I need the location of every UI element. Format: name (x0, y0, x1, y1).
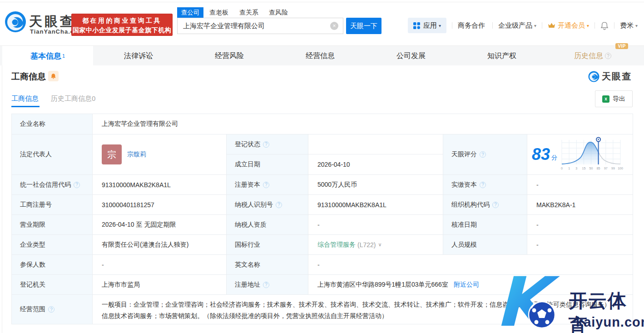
subtab-history-count: 0 (92, 94, 95, 102)
search-input[interactable]: 上海宏芊企业管理有限公司 × (177, 18, 343, 34)
industry-link[interactable]: 综合管理服务 (317, 241, 356, 249)
score-distribution-chart: 0 1 3 15 50 85 97 99 100 (560, 136, 624, 173)
search-input-value[interactable]: 上海宏芊企业管理有限公司 (183, 22, 330, 30)
tianyancha-company-page: 天眼查 TianYanCha.com 都在用的商业查询工具 国家中小企业发展子基… (0, 0, 644, 333)
monitor-bell-button[interactable] (48, 71, 59, 81)
field-label: 国标行业 (227, 235, 308, 255)
tab-history-info[interactable]: VIP 历史信息 ? (547, 46, 638, 66)
top-divider (0, 2, 644, 2)
nearby-companies-link[interactable]: 附近公司 (454, 281, 479, 289)
field-label: 企业类型 (12, 235, 93, 255)
tab-operation-info[interactable]: 经营信息 (275, 46, 366, 66)
registered-address-value: 上海市黄浦区中华路899号1幢1层03单元666室 (317, 281, 448, 289)
tianyancha-logo-icon (588, 71, 599, 82)
field-label: 登记机关 (12, 275, 93, 295)
help-icon[interactable]: ? (74, 182, 80, 188)
approval-date-value: - (527, 215, 633, 235)
registration-number-value: 310000401181257 (93, 195, 227, 215)
excel-icon: x (602, 95, 609, 103)
notifications-button[interactable] (600, 21, 609, 30)
establish-date-value: 2026-04-10 (308, 154, 443, 175)
field-label: 参保人数 (12, 255, 93, 275)
chevron-down-icon[interactable]: ∨ (378, 242, 381, 248)
help-icon[interactable]: ? (480, 182, 486, 188)
clear-search-icon[interactable]: × (330, 22, 338, 30)
taxpayer-quality-value: - (308, 215, 443, 235)
legal-representative-cell: 宗 宗馥莉 (93, 134, 227, 175)
search-tab-boss[interactable]: 查老板 (209, 9, 228, 17)
svg-text:15: 15 (582, 167, 586, 170)
subtab-history-label: 历史工商信息 (51, 94, 92, 102)
field-label: 法定代表人 (12, 134, 93, 175)
export-button[interactable]: x 导出 (595, 90, 633, 107)
section-brand-text: 天眼查 (602, 70, 632, 83)
field-label: 英文名称 (227, 255, 308, 275)
bell-icon (50, 73, 56, 80)
search-tab-risk[interactable]: 查风险 (269, 9, 288, 17)
enterprise-products-menu[interactable]: 企业级产品 ▾ (498, 21, 536, 30)
field-label: 纳税人资质 (227, 215, 308, 235)
subtab-history-business-info[interactable]: 历史工商信息0 (51, 94, 95, 103)
apps-menu-label: 应用 (423, 21, 437, 30)
business-term-value: 2026-04-10 至 无固定期限 (93, 215, 227, 235)
nav-divider (492, 22, 493, 29)
company-name-value: 上海宏芊企业管理有限公司 (93, 114, 633, 134)
field-label: 企业名称 (12, 114, 93, 134)
crown-icon (548, 22, 555, 29)
help-icon[interactable]: ? (48, 306, 54, 313)
tab-operation-risk[interactable]: 经营风险 (184, 46, 275, 66)
help-icon[interactable]: ? (492, 202, 499, 208)
business-cooperation-link[interactable]: 商务合作 (458, 21, 487, 30)
tab-legal-proceedings-label: 法律诉讼 (124, 51, 153, 61)
paid-capital-value: - (527, 175, 633, 195)
nav-divider (452, 22, 452, 29)
search-tab-company[interactable]: 查公司 (177, 7, 203, 18)
svg-text:99: 99 (611, 167, 615, 170)
tianyancha-logo-icon[interactable] (5, 11, 26, 33)
enterprise-products-label: 企业级产品 (498, 21, 532, 30)
help-icon[interactable]: ? (263, 282, 269, 288)
help-icon[interactable]: ? (276, 202, 282, 208)
tab-operation-risk-label: 经营风险 (215, 51, 244, 61)
avatar[interactable]: 宗 (102, 144, 122, 164)
field-label: 工商注册号 (12, 195, 93, 215)
section-title: 工商信息 (11, 71, 46, 83)
legal-representative-link[interactable]: 宗馥莉 (127, 150, 146, 159)
field-label: 统一社会信用代码? (12, 175, 93, 195)
promo-line2: 国家中小企业发展子基金旗下机构 (72, 25, 172, 35)
open-membership-label: 开通会员 (558, 21, 585, 30)
user-menu[interactable]: 费米 ▾ (620, 21, 638, 30)
subtab-business-info[interactable]: 工商信息 (11, 94, 39, 103)
field-label: 纳税人识别号? (227, 195, 308, 215)
tab-legal-proceedings[interactable]: 法律诉讼 (93, 46, 184, 66)
svg-text:0: 0 (561, 167, 563, 170)
industry-value[interactable]: 综合管理服务 (L722) ∨ (308, 235, 443, 255)
field-label: 营业期限 (12, 215, 93, 235)
nav-divider (614, 22, 614, 29)
help-icon[interactable]: ? (480, 151, 486, 158)
chevron-down-icon: ▾ (635, 23, 638, 28)
help-icon[interactable]: ? (263, 141, 269, 148)
tab-company-development[interactable]: 公司发展 (366, 46, 456, 66)
registered-address-cell: 上海市黄浦区中华路899号1幢1层03单元666室 附近公司 (308, 275, 633, 295)
svg-text:50: 50 (590, 167, 593, 170)
tab-history-info-label: 历史信息 (574, 51, 603, 61)
taxpayer-id-value: 91310000MAKB2K8A1L (308, 195, 443, 215)
apps-menu[interactable]: 应用 ▾ (408, 18, 446, 33)
search-tab-relation[interactable]: 查关系 (239, 9, 258, 17)
field-label: 成立日期 (227, 154, 308, 175)
search-button[interactable]: 天眼一下 (346, 18, 381, 34)
export-label: 导出 (613, 95, 625, 103)
help-icon[interactable]: ? (605, 53, 611, 59)
open-membership-menu[interactable]: 开通会员 ▾ (548, 21, 589, 30)
company-type-value: 有限责任公司(港澳台法人独资) (93, 235, 227, 255)
tab-basic-info[interactable]: 基本信息1 (2, 46, 93, 66)
nav-divider (594, 22, 595, 29)
chevron-down-icon: ▾ (534, 23, 536, 28)
field-label: 注册资本? (227, 175, 308, 195)
field-label: 组织机构代码? (443, 195, 527, 215)
chevron-down-icon: ▾ (587, 23, 589, 28)
help-icon[interactable]: ? (263, 182, 269, 188)
promo-line1: 都在用的商业查询工具 (72, 15, 172, 25)
tab-intellectual-property[interactable]: 知识产权 (456, 46, 547, 66)
